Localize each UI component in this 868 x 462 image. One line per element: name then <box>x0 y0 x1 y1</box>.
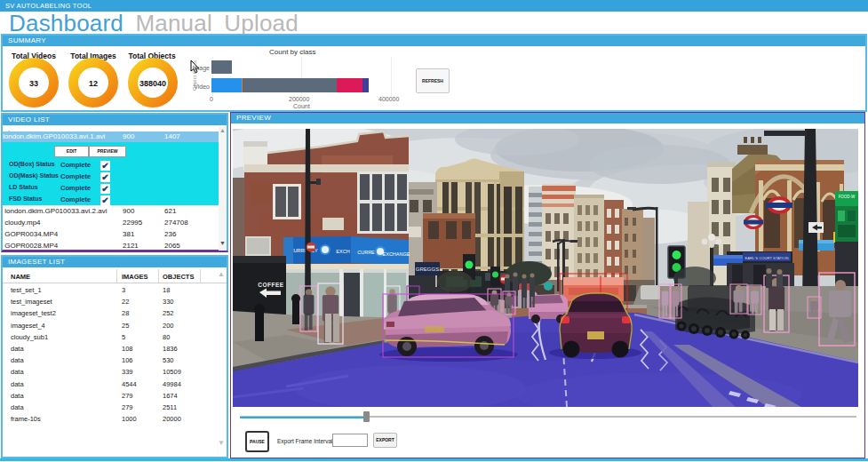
svg-text:GREGGS: GREGGS <box>416 267 439 272</box>
svg-text:COFFEE: COFFEE <box>258 282 284 288</box>
svg-text:EXCHANGE: EXCHANGE <box>383 251 410 257</box>
svg-text:CURRE: CURRE <box>357 250 375 255</box>
svg-text:EXCH: EXCH <box>336 249 349 254</box>
svg-text:FOOD·W: FOOD·W <box>839 195 856 199</box>
svg-text:EARL'S COURT STATION: EARL'S COURT STATION <box>745 256 788 260</box>
